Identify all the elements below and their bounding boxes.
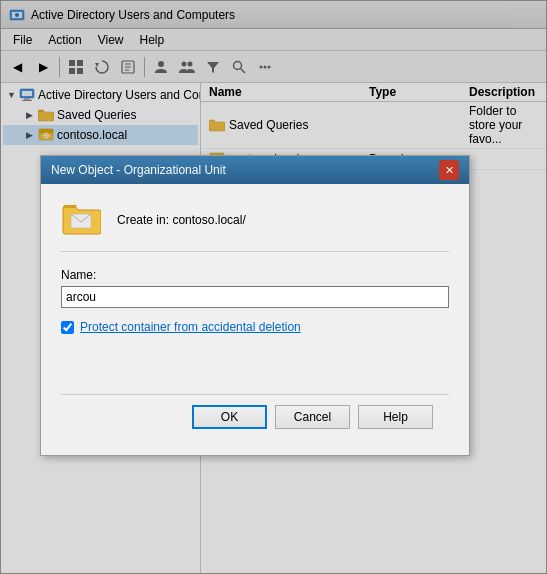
name-input[interactable] bbox=[61, 286, 449, 308]
dialog-title-text: New Object - Organizational Unit bbox=[51, 163, 226, 177]
create-in-value: contoso.local/ bbox=[172, 213, 245, 227]
create-in-label: Create in: bbox=[117, 213, 169, 227]
dialog-body: Create in: contoso.local/ Name: Protect … bbox=[41, 184, 469, 455]
dialog-create-in-info: Create in: contoso.local/ bbox=[117, 213, 246, 227]
new-ou-dialog: New Object - Organizational Unit ✕ bbox=[40, 155, 470, 456]
dialog-create-in-section: Create in: contoso.local/ bbox=[61, 200, 449, 252]
dialog-footer: OK Cancel Help bbox=[61, 394, 449, 439]
protect-container-row: Protect container from accidental deleti… bbox=[61, 320, 449, 334]
name-field-label: Name: bbox=[61, 268, 449, 282]
dialog-close-button[interactable]: ✕ bbox=[439, 160, 459, 180]
help-button[interactable]: Help bbox=[358, 405, 433, 429]
modal-overlay: New Object - Organizational Unit ✕ bbox=[0, 0, 547, 574]
protect-checkbox[interactable] bbox=[61, 321, 74, 334]
dialog-folder-icon bbox=[61, 200, 101, 239]
protect-checkbox-label[interactable]: Protect container from accidental deleti… bbox=[80, 320, 301, 334]
dialog-title-bar: New Object - Organizational Unit ✕ bbox=[41, 156, 469, 184]
ok-button[interactable]: OK bbox=[192, 405, 267, 429]
cancel-button[interactable]: Cancel bbox=[275, 405, 350, 429]
